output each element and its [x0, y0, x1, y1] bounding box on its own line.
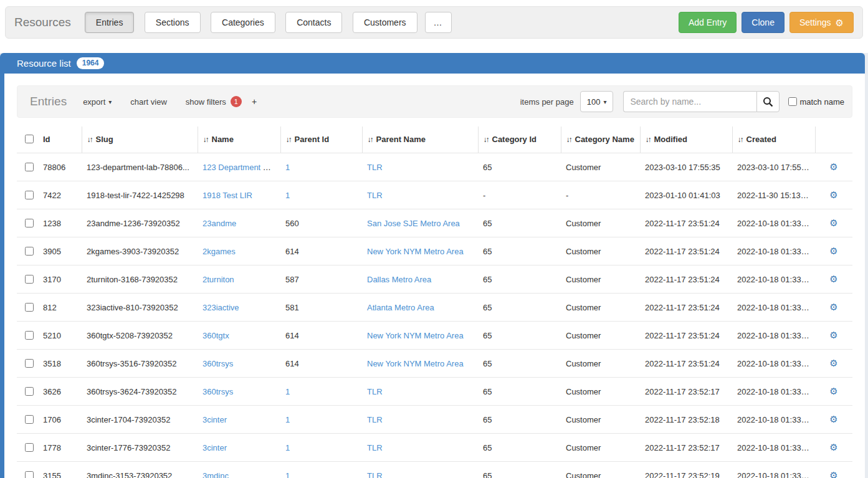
sort-icon[interactable]: ↓↑	[738, 135, 743, 144]
row-settings-gear-icon[interactable]: ⚙	[829, 302, 837, 312]
cell-parent-name-link[interactable]: TLR	[367, 163, 383, 172]
search-button[interactable]	[756, 91, 780, 112]
column-header-id[interactable]: Id	[38, 127, 82, 153]
cell-category-name: Customer	[561, 265, 640, 294]
row-checkbox[interactable]	[25, 191, 34, 199]
resource-list-panel: Resource list 1964 Entries export ▾ char…	[0, 53, 865, 478]
row-checkbox[interactable]	[25, 415, 34, 424]
cell-modified: 2023-03-10 17:55:35	[640, 153, 732, 181]
column-header-modified[interactable]: ↓↑Modified	[640, 127, 732, 153]
show-filters-link[interactable]: show filters 1	[186, 96, 242, 107]
cell-name-link[interactable]: 2kgames	[203, 247, 236, 256]
row-settings-gear-icon[interactable]: ⚙	[829, 217, 837, 228]
match-name-checkbox[interactable]: match name	[788, 97, 844, 107]
row-settings-gear-icon[interactable]: ⚙	[829, 442, 837, 452]
sort-icon[interactable]: ↓↑	[484, 135, 489, 144]
cell-name-link[interactable]: 360trsys	[203, 387, 233, 396]
cell-parent-name-link[interactable]: New York NYM Metro Area	[367, 247, 464, 256]
cell-name-link[interactable]: 360tgtx	[203, 331, 229, 340]
cell-name-link[interactable]: 360trsys	[203, 359, 233, 368]
row-settings-gear-icon[interactable]: ⚙	[829, 246, 837, 256]
row-settings-gear-icon[interactable]: ⚙	[829, 358, 837, 368]
cell-parent-name-link[interactable]: Atlanta Metro Area	[367, 303, 434, 312]
sort-icon[interactable]: ↓↑	[286, 135, 291, 144]
row-settings-gear-icon[interactable]: ⚙	[829, 414, 837, 424]
column-header-slug[interactable]: ↓↑Slug	[82, 127, 198, 153]
row-settings-gear-icon[interactable]: ⚙	[829, 386, 837, 396]
tab-contacts[interactable]: Contacts	[285, 12, 342, 33]
sort-icon[interactable]: ↓↑	[87, 135, 92, 144]
cell-category-name: Customer	[561, 153, 640, 181]
column-header-created[interactable]: ↓↑Created	[732, 127, 815, 153]
export-dropdown[interactable]: export ▾	[83, 97, 112, 107]
cell-slug: 3mdinc-3153-73920352	[82, 462, 198, 478]
cell-name-link[interactable]: 123 Department Lab	[203, 163, 277, 172]
column-header-parent-id[interactable]: ↓↑Parent Id	[280, 127, 362, 153]
cell-category-name: Customer	[561, 406, 640, 434]
cell-slug: 123-department-lab-78806...	[82, 153, 198, 181]
topbar-actions: Add Entry Clone Settings ⚙	[674, 12, 854, 33]
cell-id: 78806	[38, 153, 82, 181]
cell-name-link[interactable]: 3cinter	[203, 415, 227, 424]
settings-button[interactable]: Settings ⚙	[789, 12, 854, 33]
row-checkbox[interactable]	[25, 275, 34, 284]
cell-name-link[interactable]: 1918 Test LIR	[203, 191, 252, 200]
add-entry-button[interactable]: Add Entry	[679, 12, 737, 33]
row-settings-gear-icon[interactable]: ⚙	[829, 330, 837, 340]
cell-category-id: 65	[478, 434, 561, 462]
column-header-category-id[interactable]: ↓↑Category Id	[478, 127, 561, 153]
row-checkbox[interactable]	[25, 443, 34, 452]
cell-created: 2022-10-18 01:33:34	[732, 406, 815, 434]
row-checkbox[interactable]	[25, 247, 34, 256]
row-checkbox[interactable]	[25, 359, 34, 368]
row-checkbox[interactable]	[25, 303, 34, 312]
cell-name-link[interactable]: 323iactive	[203, 303, 239, 312]
cell-parent-name-link[interactable]: TLR	[367, 415, 383, 424]
sort-icon[interactable]: ↓↑	[566, 135, 571, 144]
cell-parent-name-link[interactable]: New York NYM Metro Area	[367, 331, 464, 340]
cell-parent-name-link[interactable]: TLR	[367, 191, 383, 200]
row-settings-gear-icon[interactable]: ⚙	[829, 274, 837, 284]
cell-parent-name-link[interactable]: TLR	[367, 443, 383, 452]
row-settings-gear-icon[interactable]: ⚙	[829, 470, 837, 478]
cell-parent-name-link[interactable]: TLR	[367, 387, 383, 396]
sort-icon[interactable]: ↓↑	[203, 135, 208, 144]
cell-parent-name-link[interactable]: Dallas Metro Area	[367, 275, 431, 284]
row-settings-gear-icon[interactable]: ⚙	[829, 161, 837, 172]
column-header-name[interactable]: ↓↑Name	[198, 127, 280, 153]
row-checkbox[interactable]	[25, 163, 34, 171]
chart-view-link[interactable]: chart view	[130, 97, 167, 107]
cell-name-link[interactable]: 3mdinc	[203, 471, 229, 478]
select-all-checkbox[interactable]	[25, 135, 34, 143]
cell-parent-name-link[interactable]: TLR	[367, 471, 383, 478]
tab-categories[interactable]: Categories	[211, 12, 275, 33]
column-header-category-name[interactable]: ↓↑Category Name	[561, 127, 640, 153]
row-checkbox[interactable]	[25, 219, 34, 227]
cell-name-link[interactable]: 23andme	[203, 219, 236, 228]
items-per-page-select[interactable]: 100 ▾	[580, 91, 614, 112]
add-filter-button[interactable]: +	[248, 96, 260, 107]
match-name-input[interactable]	[788, 97, 797, 106]
cell-parent-name-link[interactable]: San Jose SJE Metro Area	[367, 219, 460, 228]
tab-group: Entries Sections Categories Contacts Cus…	[85, 12, 425, 33]
cell-name-link[interactable]: 2turniton	[203, 275, 234, 284]
row-checkbox[interactable]	[25, 387, 34, 396]
tab-sections[interactable]: Sections	[145, 12, 201, 33]
cell-category-name: Customer	[561, 462, 640, 478]
cell-parent-name-link[interactable]: New York NYM Metro Area	[367, 359, 464, 368]
tab-entries[interactable]: Entries	[85, 12, 135, 33]
tab-customers[interactable]: Customers	[353, 12, 417, 33]
cell-parent-id: 1	[285, 471, 290, 478]
row-settings-gear-icon[interactable]: ⚙	[829, 189, 837, 200]
search-input[interactable]	[623, 91, 756, 112]
sort-icon[interactable]: ↓↑	[368, 135, 373, 144]
clone-button[interactable]: Clone	[742, 12, 785, 33]
cell-created: 2022-10-18 01:33:33	[732, 209, 815, 237]
column-header-parent-name[interactable]: ↓↑Parent Name	[362, 127, 478, 153]
more-tabs-button[interactable]: …	[425, 12, 452, 33]
cell-name-link[interactable]: 3cinter	[203, 443, 227, 452]
sort-icon[interactable]: ↓↑	[646, 135, 651, 144]
cell-id: 3905	[38, 237, 82, 265]
row-checkbox[interactable]	[25, 331, 34, 340]
row-checkbox[interactable]	[25, 471, 34, 478]
